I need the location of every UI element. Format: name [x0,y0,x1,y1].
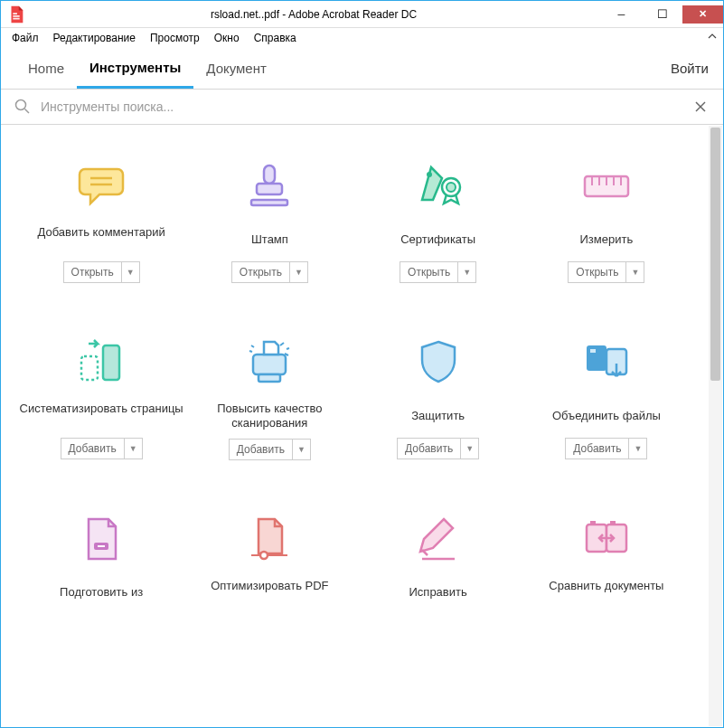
tool-certificates[interactable]: Сертификаты Открыть ▼ [356,156,521,283]
menu-collapse-button[interactable] [701,32,723,44]
tool-label: Измерить [580,225,634,254]
svg-rect-6 [264,165,275,184]
tool-organize-pages[interactable]: Систематизировать страницы Добавить ▼ [19,333,183,460]
tool-redact[interactable]: Исправить [356,510,521,608]
menu-help[interactable]: Справка [247,30,304,46]
tool-stamp[interactable]: Штамп Открыть ▼ [187,156,352,283]
vertical-scrollbar[interactable] [709,126,722,726]
tool-action-dropdown[interactable]: Добавить ▼ [565,438,647,459]
chevron-down-icon: ▼ [292,440,310,459]
compare-icon [578,510,635,568]
tool-prepare-form[interactable]: Подготовить из [19,510,183,608]
tool-label: Штамп [251,225,288,254]
svg-rect-21 [259,374,280,382]
tool-label: Сертификаты [400,225,475,254]
app-pdf-icon [6,5,26,24]
prepare-form-icon [72,510,130,568]
tool-measure[interactable]: Измерить Открыть ▼ [524,156,689,283]
tool-label: Оптимизировать PDF [211,579,328,608]
svg-rect-7 [257,184,282,194]
view-tabs: Home Инструменты Документ Войти [1,48,723,90]
chevron-down-icon: ▼ [628,439,646,459]
tool-label: Сравнить документы [549,579,663,608]
tool-protect[interactable]: Защитить Добавить ▼ [356,333,521,460]
svg-rect-18 [103,345,119,380]
svg-rect-33 [610,521,616,525]
svg-rect-20 [253,355,286,374]
svg-point-11 [447,183,456,192]
tools-search-input[interactable] [32,99,691,114]
scroll-thumb[interactable] [710,128,720,381]
window-title: rsload.net..pdf - Adobe Acrobat Reader D… [26,8,601,21]
tool-add-comment[interactable]: Добавить комментарий Открыть ▼ [19,156,183,283]
svg-rect-24 [590,349,596,353]
chevron-down-icon: ▼ [121,262,139,282]
comment-icon [72,156,130,214]
svg-line-1 [25,109,30,114]
sign-in-button[interactable]: Войти [671,61,709,76]
chevron-down-icon: ▼ [289,262,307,282]
tools-search-bar [1,90,723,125]
combine-files-icon [578,333,635,391]
svg-point-9 [427,172,432,177]
tool-label: Объединить файлы [552,402,661,430]
tool-action-dropdown[interactable]: Добавить ▼ [229,439,311,460]
tool-combine-files[interactable]: Объединить файлы Добавить ▼ [524,333,689,460]
svg-rect-32 [590,521,596,525]
menu-view[interactable]: Просмотр [143,30,207,46]
tool-action-dropdown[interactable]: Добавить ▼ [61,438,143,459]
window-controls: ─ ☐ ✕ [601,5,723,24]
menu-edit[interactable]: Редактирование [46,30,143,46]
maximize-button[interactable]: ☐ [642,5,682,24]
minimize-button[interactable]: ─ [601,5,642,24]
chevron-down-icon: ▼ [460,439,478,459]
tool-label: Повысить качество сканирования [187,402,352,431]
tool-action-dropdown[interactable]: Открыть ▼ [63,261,140,283]
tool-action-dropdown[interactable]: Добавить ▼ [397,438,479,459]
optimize-pdf-icon [240,510,298,568]
tools-panel: Добавить комментарий Открыть ▼ Штамп Отк… [1,125,723,725]
chevron-down-icon: ▼ [625,262,644,282]
protect-icon [409,333,467,391]
tab-home[interactable]: Home [15,48,77,89]
tool-compare[interactable]: Сравнить документы [524,510,689,608]
tool-optimize-pdf[interactable]: Оптимизировать PDF [187,510,352,608]
titlebar: rsload.net..pdf - Adobe Acrobat Reader D… [1,1,723,28]
organize-pages-icon [72,333,130,391]
stamp-icon [240,156,298,214]
certificates-icon [409,156,467,214]
tool-label: Исправить [409,579,467,608]
tool-label: Систематизировать страницы [20,402,183,430]
enhance-scans-icon [240,333,298,391]
tools-grid: Добавить комментарий Открыть ▼ Штамп Отк… [1,125,707,608]
tool-enhance-scans[interactable]: Повысить качество сканирования Добавить … [187,333,352,460]
redact-icon [409,510,467,568]
chevron-down-icon: ▼ [457,262,475,282]
svg-point-28 [260,552,268,559]
measure-icon [578,156,635,214]
svg-rect-8 [251,200,287,205]
chevron-down-icon: ▼ [124,439,142,459]
tool-label: Защитить [411,402,465,430]
close-button[interactable]: ✕ [682,5,723,24]
tool-action-dropdown[interactable]: Открыть ▼ [231,261,308,283]
menu-window[interactable]: Окно [207,30,247,46]
tool-label: Добавить комментарий [38,225,165,254]
menu-file[interactable]: Файл [5,30,46,46]
svg-point-0 [16,100,26,110]
tool-action-dropdown[interactable]: Открыть ▼ [568,261,644,283]
search-clear-button[interactable] [691,97,710,117]
tool-label: Подготовить из [60,579,143,608]
tab-tools[interactable]: Инструменты [77,48,193,89]
menubar: Файл Редактирование Просмотр Окно Справк… [1,28,723,48]
svg-rect-22 [587,345,606,371]
svg-rect-19 [81,356,98,380]
tool-action-dropdown[interactable]: Открыть ▼ [400,261,476,283]
tab-document[interactable]: Документ [193,48,279,89]
search-icon [14,98,32,116]
